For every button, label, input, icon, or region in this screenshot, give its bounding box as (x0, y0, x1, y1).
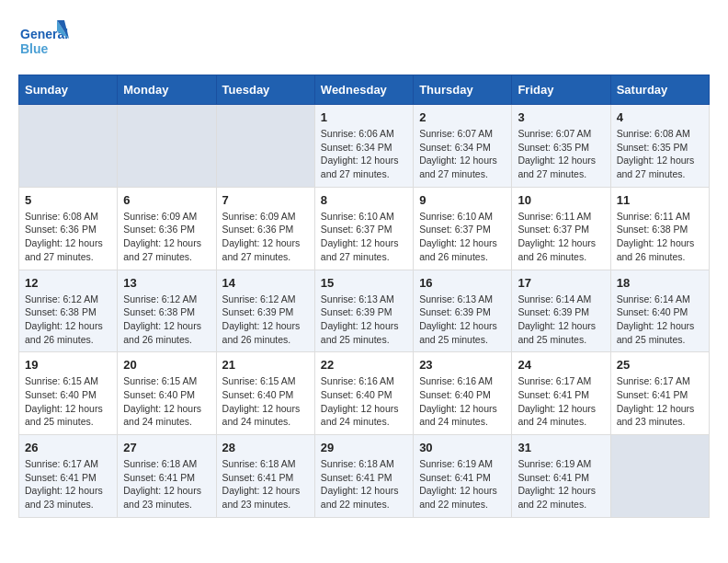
day-info: Sunrise: 6:13 AMSunset: 6:39 PMDaylight:… (321, 293, 407, 347)
day-info: Sunrise: 6:18 AMSunset: 6:41 PMDaylight:… (123, 457, 210, 511)
day-number: 23 (419, 358, 506, 372)
calendar-week-4: 19Sunrise: 6:15 AMSunset: 6:40 PMDayligh… (19, 352, 710, 435)
day-info: Sunrise: 6:17 AMSunset: 6:41 PMDaylight:… (617, 374, 703, 429)
calendar-cell: 18Sunrise: 6:14 AMSunset: 6:40 PMDayligh… (610, 270, 709, 352)
day-number: 29 (321, 441, 407, 454)
calendar-cell: 6Sunrise: 6:09 AMSunset: 6:36 PMDaylight… (118, 187, 216, 270)
day-number: 22 (321, 358, 407, 372)
day-number: 18 (617, 276, 703, 290)
calendar-cell (118, 105, 216, 188)
day-number: 21 (222, 358, 309, 372)
calendar-cell: 12Sunrise: 6:12 AMSunset: 6:38 PMDayligh… (19, 270, 118, 352)
day-number: 11 (617, 193, 703, 207)
calendar-cell: 4Sunrise: 6:08 AMSunset: 6:35 PMDaylight… (610, 105, 709, 188)
day-info: Sunrise: 6:12 AMSunset: 6:38 PMDaylight:… (123, 293, 210, 347)
day-number: 14 (222, 276, 309, 290)
day-number: 20 (123, 358, 210, 372)
day-number: 19 (25, 358, 111, 372)
day-info: Sunrise: 6:12 AMSunset: 6:38 PMDaylight:… (25, 293, 111, 347)
day-info: Sunrise: 6:17 AMSunset: 6:41 PMDaylight:… (518, 374, 604, 429)
day-number: 9 (419, 193, 506, 207)
calendar-cell: 14Sunrise: 6:12 AMSunset: 6:39 PMDayligh… (216, 270, 314, 352)
day-info: Sunrise: 6:14 AMSunset: 6:40 PMDaylight:… (617, 293, 703, 347)
logo-icon: General Blue (18, 18, 69, 60)
weekday-header-wednesday: Wednesday (314, 75, 413, 105)
calendar-cell: 19Sunrise: 6:15 AMSunset: 6:40 PMDayligh… (19, 352, 118, 435)
day-info: Sunrise: 6:18 AMSunset: 6:41 PMDaylight:… (222, 457, 309, 511)
weekday-header-tuesday: Tuesday (216, 75, 314, 105)
day-info: Sunrise: 6:08 AMSunset: 6:35 PMDaylight:… (617, 127, 703, 181)
calendar-cell: 29Sunrise: 6:18 AMSunset: 6:41 PMDayligh… (314, 435, 413, 518)
calendar-week-5: 26Sunrise: 6:17 AMSunset: 6:41 PMDayligh… (19, 435, 710, 518)
calendar-cell: 2Sunrise: 6:07 AMSunset: 6:34 PMDaylight… (414, 105, 512, 188)
day-info: Sunrise: 6:08 AMSunset: 6:36 PMDaylight:… (25, 210, 111, 264)
calendar-cell: 25Sunrise: 6:17 AMSunset: 6:41 PMDayligh… (610, 352, 709, 435)
weekday-header-thursday: Thursday (414, 75, 512, 105)
calendar-cell: 15Sunrise: 6:13 AMSunset: 6:39 PMDayligh… (314, 270, 413, 352)
day-info: Sunrise: 6:15 AMSunset: 6:40 PMDaylight:… (222, 374, 309, 429)
calendar-cell: 16Sunrise: 6:13 AMSunset: 6:39 PMDayligh… (414, 270, 512, 352)
day-info: Sunrise: 6:09 AMSunset: 6:36 PMDaylight:… (123, 210, 210, 264)
day-info: Sunrise: 6:13 AMSunset: 6:39 PMDaylight:… (419, 293, 506, 347)
day-info: Sunrise: 6:19 AMSunset: 6:41 PMDaylight:… (419, 457, 506, 511)
calendar-cell: 30Sunrise: 6:19 AMSunset: 6:41 PMDayligh… (414, 435, 512, 518)
day-number: 13 (123, 276, 210, 290)
calendar-cell: 11Sunrise: 6:11 AMSunset: 6:38 PMDayligh… (610, 187, 709, 270)
calendar-cell: 21Sunrise: 6:15 AMSunset: 6:40 PMDayligh… (216, 352, 314, 435)
calendar-cell: 28Sunrise: 6:18 AMSunset: 6:41 PMDayligh… (216, 435, 314, 518)
calendar-cell (19, 105, 118, 188)
day-info: Sunrise: 6:06 AMSunset: 6:34 PMDaylight:… (321, 127, 407, 181)
day-number: 30 (419, 441, 506, 454)
day-info: Sunrise: 6:15 AMSunset: 6:40 PMDaylight:… (25, 374, 111, 429)
day-number: 5 (25, 193, 111, 207)
calendar-week-3: 12Sunrise: 6:12 AMSunset: 6:38 PMDayligh… (19, 270, 710, 352)
day-number: 15 (321, 276, 407, 290)
svg-text:Blue: Blue (20, 41, 49, 56)
calendar-cell: 10Sunrise: 6:11 AMSunset: 6:37 PMDayligh… (512, 187, 610, 270)
day-number: 2 (419, 110, 506, 124)
weekday-header-saturday: Saturday (610, 75, 709, 105)
calendar-cell: 27Sunrise: 6:18 AMSunset: 6:41 PMDayligh… (118, 435, 216, 518)
day-number: 31 (518, 441, 604, 454)
weekday-header-monday: Monday (118, 75, 216, 105)
day-number: 26 (25, 441, 111, 454)
calendar-cell: 13Sunrise: 6:12 AMSunset: 6:38 PMDayligh… (118, 270, 216, 352)
day-info: Sunrise: 6:10 AMSunset: 6:37 PMDaylight:… (321, 210, 407, 264)
weekday-header-row: SundayMondayTuesdayWednesdayThursdayFrid… (19, 75, 710, 105)
day-number: 27 (123, 441, 210, 454)
day-number: 24 (518, 358, 604, 372)
day-info: Sunrise: 6:11 AMSunset: 6:37 PMDaylight:… (518, 210, 604, 264)
day-number: 7 (222, 193, 309, 207)
calendar-cell: 24Sunrise: 6:17 AMSunset: 6:41 PMDayligh… (512, 352, 610, 435)
day-number: 17 (518, 276, 604, 290)
day-info: Sunrise: 6:15 AMSunset: 6:40 PMDaylight:… (123, 374, 210, 429)
day-info: Sunrise: 6:16 AMSunset: 6:40 PMDaylight:… (321, 374, 407, 429)
calendar-week-1: 1Sunrise: 6:06 AMSunset: 6:34 PMDaylight… (19, 105, 710, 188)
calendar-cell: 20Sunrise: 6:15 AMSunset: 6:40 PMDayligh… (118, 352, 216, 435)
day-number: 8 (321, 193, 407, 207)
day-info: Sunrise: 6:09 AMSunset: 6:36 PMDaylight:… (222, 210, 309, 264)
calendar-cell: 7Sunrise: 6:09 AMSunset: 6:36 PMDaylight… (216, 187, 314, 270)
day-number: 10 (518, 193, 604, 207)
calendar-cell: 31Sunrise: 6:19 AMSunset: 6:41 PMDayligh… (512, 435, 610, 518)
day-info: Sunrise: 6:16 AMSunset: 6:40 PMDaylight:… (419, 374, 506, 429)
day-number: 3 (518, 110, 604, 124)
calendar-cell: 22Sunrise: 6:16 AMSunset: 6:40 PMDayligh… (314, 352, 413, 435)
day-info: Sunrise: 6:19 AMSunset: 6:41 PMDaylight:… (518, 457, 604, 511)
page-header: General Blue (18, 18, 710, 60)
day-info: Sunrise: 6:07 AMSunset: 6:34 PMDaylight:… (419, 127, 506, 181)
day-number: 4 (617, 110, 703, 124)
day-info: Sunrise: 6:10 AMSunset: 6:37 PMDaylight:… (419, 210, 506, 264)
day-info: Sunrise: 6:11 AMSunset: 6:38 PMDaylight:… (617, 210, 703, 264)
calendar-cell: 8Sunrise: 6:10 AMSunset: 6:37 PMDaylight… (314, 187, 413, 270)
day-number: 1 (321, 110, 407, 124)
weekday-header-friday: Friday (512, 75, 610, 105)
calendar-week-2: 5Sunrise: 6:08 AMSunset: 6:36 PMDaylight… (19, 187, 710, 270)
logo: General Blue (18, 18, 69, 60)
day-number: 6 (123, 193, 210, 207)
day-info: Sunrise: 6:12 AMSunset: 6:39 PMDaylight:… (222, 293, 309, 347)
weekday-header-sunday: Sunday (19, 75, 118, 105)
calendar-table: SundayMondayTuesdayWednesdayThursdayFrid… (18, 75, 710, 518)
day-info: Sunrise: 6:14 AMSunset: 6:39 PMDaylight:… (518, 293, 604, 347)
calendar-cell: 3Sunrise: 6:07 AMSunset: 6:35 PMDaylight… (512, 105, 610, 188)
